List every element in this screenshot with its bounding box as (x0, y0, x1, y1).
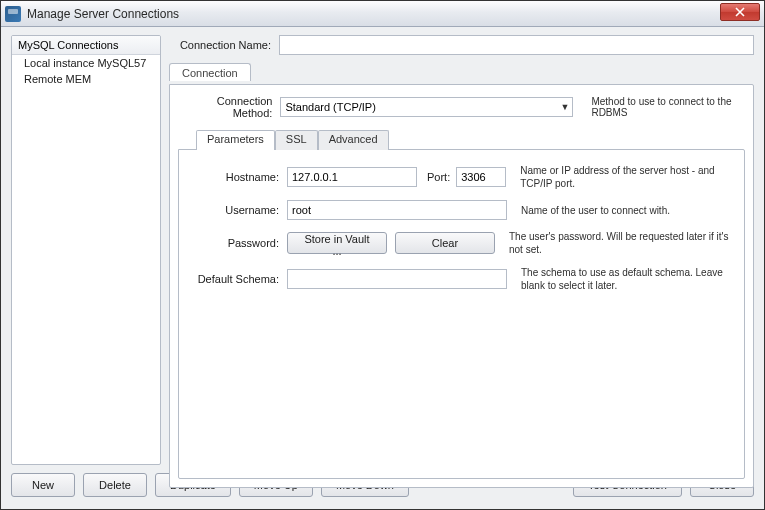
password-help: The user's password. Will be requested l… (509, 230, 736, 256)
window-title: Manage Server Connections (27, 7, 179, 21)
password-buttons: Store in Vault ... Clear (287, 232, 495, 254)
app-icon (5, 6, 21, 22)
schema-help: The schema to use as default schema. Lea… (521, 266, 736, 292)
port-label: Port: (427, 171, 450, 183)
clear-password-button[interactable]: Clear (395, 232, 495, 254)
tab-advanced[interactable]: Advanced (318, 130, 389, 150)
password-label: Password: (187, 237, 279, 249)
password-row: Password: Store in Vault ... Clear The u… (187, 230, 736, 256)
connections-sidebar: MySQL Connections Local instance MySQL57… (11, 35, 161, 465)
default-schema-input[interactable] (287, 269, 507, 289)
port-input[interactable] (456, 167, 506, 187)
window-close-button[interactable] (720, 3, 760, 21)
dialog-body: MySQL Connections Local instance MySQL57… (1, 27, 764, 509)
username-input[interactable] (287, 200, 507, 220)
parameters-panel: Hostname: Port: Name or IP address of th… (178, 149, 745, 479)
connection-name-input[interactable] (279, 35, 754, 55)
store-in-vault-button[interactable]: Store in Vault ... (287, 232, 387, 254)
hostname-help: Name or IP address of the server host - … (520, 164, 736, 190)
main-row: MySQL Connections Local instance MySQL57… (11, 35, 754, 465)
main-tabstrip: Connection (169, 62, 754, 80)
new-button[interactable]: New (11, 473, 75, 497)
connection-method-row: Connection Method: Standard (TCP/IP) ▼ M… (178, 95, 745, 119)
connection-method-label: Connection Method: (178, 95, 272, 119)
hostname-input[interactable] (287, 167, 417, 187)
connection-list-item[interactable]: Remote MEM (12, 71, 160, 87)
connection-tab-panel: Connection Method: Standard (TCP/IP) ▼ M… (169, 84, 754, 488)
delete-button[interactable]: Delete (83, 473, 147, 497)
tab-parameters[interactable]: Parameters (196, 130, 275, 150)
schema-label: Default Schema: (187, 273, 279, 285)
connection-name-label: Connection Name: (169, 39, 271, 51)
connection-list-item[interactable]: Local instance MySQL57 (12, 55, 160, 71)
schema-row: Default Schema: The schema to use as def… (187, 266, 736, 292)
sidebar-header: MySQL Connections (12, 36, 160, 55)
chevron-down-icon: ▼ (561, 102, 570, 112)
connection-method-select[interactable]: Standard (TCP/IP) ▼ (280, 97, 573, 117)
username-label: Username: (187, 204, 279, 216)
connection-method-value: Standard (TCP/IP) (285, 101, 375, 113)
username-row: Username: Name of the user to connect wi… (187, 200, 736, 220)
tab-connection[interactable]: Connection (169, 63, 251, 81)
title-bar: Manage Server Connections (1, 1, 764, 27)
hostname-label: Hostname: (187, 171, 279, 183)
tab-ssl[interactable]: SSL (275, 130, 318, 150)
connection-name-row: Connection Name: (169, 35, 754, 55)
hostname-row: Hostname: Port: Name or IP address of th… (187, 164, 736, 190)
connection-method-help: Method to use to connect to the RDBMS (591, 96, 745, 118)
parameter-tabstrip: Parameters SSL Advanced (196, 129, 745, 149)
username-help: Name of the user to connect with. (521, 205, 736, 216)
close-icon (735, 7, 745, 17)
right-pane: Connection Name: Connection Connection M… (169, 35, 754, 465)
